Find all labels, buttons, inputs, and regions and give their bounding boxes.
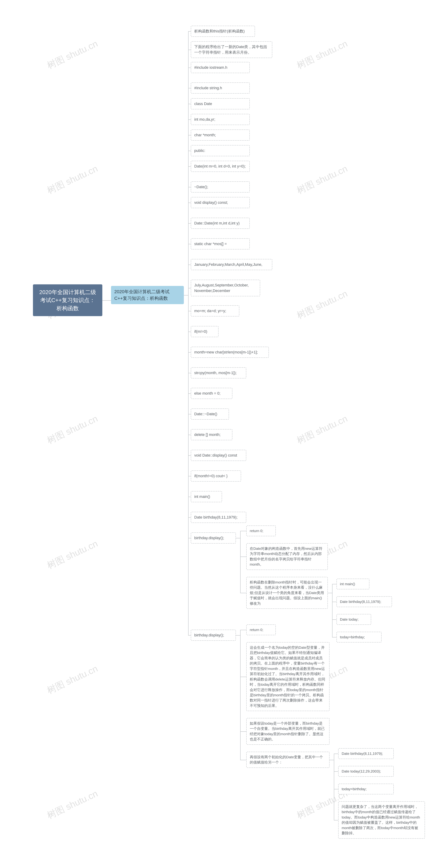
c3-node-8: Date(int m=0, int d=0, int y=0); [191,161,250,172]
connector [188,223,191,224]
c3-node-6: char *month; [191,129,250,141]
connector [188,203,191,203]
connector [332,602,337,602]
gb-node-2: 如果假设today是一个外部变量，而birthday是一个自变量。当birthd… [246,718,330,745]
connector [240,732,246,732]
connector [334,771,338,772]
connector [188,288,191,288]
gb-node-3: 再假设有两个初始化的Date变量，把其中一个的值赋值给另一个： [246,752,330,768]
gat-node-1: Date birthday(8,11,1979); [337,596,392,607]
connector [188,31,189,635]
connector [102,300,111,301]
c3-node-3: #include string.h [191,83,250,94]
c3-node-19: else month = 0; [191,388,232,399]
connector [240,531,241,593]
connector [188,311,191,311]
connector [188,135,191,135]
connector [334,789,338,789]
gc-node-1: Date today(12,29,2003); [338,766,394,777]
c3-node-27: birthday.display(); [191,630,236,641]
c3-node-18: strcpy(month, mos[m-1]); [191,367,246,378]
connector [188,373,191,373]
connector [332,619,337,620]
gat-node-0: int main() [337,579,369,589]
connector [332,584,337,584]
connector [188,455,191,456]
connector [188,538,191,538]
connector [188,435,191,435]
connector [240,630,241,760]
c3-node-17: month=new char[strlen(mos[m-1])+1]; [191,347,269,358]
c3-node-10: void display() const; [191,197,250,208]
connector [188,517,191,518]
watermark: 树图 shutu.cn [295,38,349,72]
c3-node-12: static char *mos[] = [191,238,250,249]
connector [334,753,334,820]
watermark: 树图 shutu.cn [295,163,349,197]
connector [188,476,191,476]
c3-node-14: July,August,September,October, November,… [191,280,260,296]
connector [330,760,334,760]
connector [184,295,188,296]
gat-node-2: Date today; [337,614,371,625]
root-node: 2020年全国计算机二级考试C++复习知识点：析构函数 [33,284,102,316]
connector [236,538,240,538]
connector [188,187,191,187]
connector [188,151,191,151]
connector [188,119,191,120]
connector [334,820,338,820]
c3-node-13: January,February,March,April,May,June, [191,259,272,270]
connector [240,677,246,677]
connector [188,265,191,265]
c3-node-26: birthday.display(); [191,532,236,544]
c3-node-4: class Date [191,98,250,110]
connector [188,50,191,50]
c3-node-9: ~Date(); [191,181,250,192]
connector [188,393,191,394]
connector [188,67,191,68]
watermark: 树图 shutu.cn [45,413,100,447]
watermark: 树图 shutu.cn [45,538,100,572]
c3-node-5: int mo,da,yr; [191,114,250,125]
gc-node-2: today=birthday; [338,784,394,795]
connector [332,584,333,637]
c3-node-20: Date::~Date() [191,408,229,420]
gb-node-0: return 0; [246,624,276,635]
connector [188,88,191,88]
c3-node-21: delete [] month; [191,429,232,440]
gc-node-0: Date birthday(8,11,1979); [338,748,394,759]
gc-node-3: 问题就更复杂了，当这两个变量离开作用域时，birthday中的month的值已经… [338,801,425,839]
connector [188,635,191,636]
connector [188,166,191,167]
watermark: 树图 shutu.cn [45,38,100,72]
c3-node-22: void Date::display() const [191,450,246,461]
connector [188,352,191,352]
c3-node-1: 下面的程序给出了一新的Date类，其中包括一个字符串指针，用来表示月份。 [191,41,272,58]
gb-node-1: 这会生成一个名为today的空的Date型变量，并且把birthday值赋给它。… [246,642,330,711]
connector [328,593,332,593]
connector [188,244,191,244]
connector [240,593,246,593]
c3-node-16: if(m!=0) [191,326,218,337]
watermark: 树图 shutu.cn [45,663,100,697]
c3-node-2: #include iostream.h [191,62,250,73]
watermark: 树图 shutu.cn [45,787,100,822]
connector [236,635,240,636]
watermark: 树图 shutu.cn [295,413,349,447]
c3-node-23: if(month!=0) cout< } [191,470,241,482]
ga-node-2: 析构函数在删除month指针时，可能会出现一些问题。当然从这个程序本身来看，没什… [246,577,328,609]
connector [240,760,246,760]
watermark: 树图 shutu.cn [45,163,100,197]
c3-node-24: int main() [191,491,222,502]
connector [188,497,191,497]
connector [240,531,246,531]
connector [240,557,246,557]
c3-node-15: mo=m; da=d; yr=y; [191,305,239,316]
watermark: 树图 shutu.cn [295,288,349,322]
connector [332,637,337,638]
c3-node-11: Date::Date(int m,int d,int y) [191,218,250,229]
connector [240,630,246,630]
c3-node-7: public: [191,145,250,156]
connector [188,332,191,332]
c3-node-0: 析构函数和this指针(析构函数) [191,26,255,37]
